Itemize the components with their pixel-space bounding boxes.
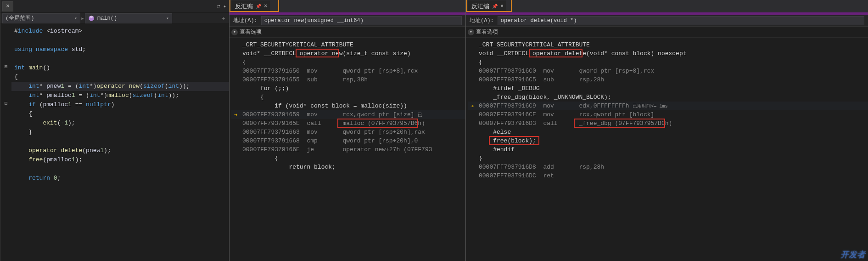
cube-icon — [88, 15, 95, 22]
gutter-row — [0, 155, 11, 165]
disasm-line[interactable]: free(block); — [468, 136, 868, 145]
timing-badge: 已用时间<= 1ms — [633, 104, 667, 109]
disasm-attr: _CRT_SECURITYCRITICAL_ATTRIBUTE — [231, 40, 465, 49]
pin-icon[interactable]: 📌 — [256, 4, 261, 9]
options-row[interactable]: ▾ 查看选项 — [230, 27, 465, 38]
disasm-body[interactable]: 开发者 _CRT_SECURITYCRITICAL_ATTRIBUTEvoid … — [466, 38, 868, 261]
disasm-line[interactable]: for (;;) — [231, 84, 465, 93]
disasm-line[interactable]: ➜00007FF7937916C9 mov edx,0FFFFFFFFh 已用时… — [468, 102, 868, 110]
code-line[interactable] — [11, 165, 229, 174]
address-bar: 地址(A): operator delete(void *) — [466, 15, 868, 27]
gutter-row — [0, 165, 11, 174]
disassembly-panel-1: 反汇编 📌 × 地址(A): operator new(unsigned __i… — [229, 0, 465, 261]
address-input[interactable]: operator new(unsigned __int64) — [261, 16, 462, 25]
disasm-signature: void* __CRTDECL operator new(size_t cons… — [231, 49, 465, 58]
fold-gutter[interactable]: ⊟⊟ — [0, 24, 11, 261]
disasm-line[interactable]: 00007FF793791650 mov qword ptr [rsp+8],r… — [231, 67, 465, 75]
function-label: main() — [97, 15, 117, 22]
gutter-row: ⊟ — [0, 63, 11, 73]
disasm-body[interactable]: _CRT_SECURITYCRITICAL_ATTRIBUTEvoid* __C… — [230, 38, 465, 261]
address-value: operator delete(void *) — [501, 17, 577, 24]
pin-icon[interactable]: 📌 — [492, 4, 498, 9]
options-label: 查看选项 — [476, 28, 498, 36]
code-line[interactable]: { — [11, 109, 229, 119]
gutter-row — [0, 45, 11, 54]
gutter-row: ⊟ — [0, 100, 11, 109]
options-row[interactable]: ▾ 查看选项 — [466, 27, 868, 38]
disasm-line[interactable]: 00007FF7937916C0 mov qword ptr [rsp+8],r… — [468, 67, 868, 75]
scope-dropdown[interactable]: (全局范围) ▾ — [2, 13, 80, 23]
address-input[interactable]: operator delete(void *) — [498, 16, 864, 25]
code-line[interactable]: } — [11, 128, 229, 137]
code-line[interactable]: { — [11, 73, 229, 82]
address-label: 地址(A): — [233, 17, 258, 24]
address-label: 地址(A): — [470, 17, 494, 24]
address-bar: 地址(A): operator new(unsigned __int64) — [230, 15, 465, 27]
disasm-line[interactable]: 00007FF7937916C5 sub rsp,28h — [468, 75, 868, 84]
code-line[interactable]: operator delete(pnew1); — [11, 146, 229, 155]
gutter-row — [0, 54, 11, 63]
gutter-row — [0, 82, 11, 91]
disasm-line[interactable]: _free_dbg(block, _UNKNOWN_BLOCK); — [468, 93, 868, 102]
disasm-tab[interactable]: 反汇编 📌 × — [468, 0, 506, 12]
code-line[interactable]: int main() — [11, 63, 229, 73]
disasm-line: { — [231, 58, 465, 67]
disasm-line[interactable]: { — [231, 154, 465, 163]
disasm-line[interactable]: 00007FF7937916D3 call _free_dbg (07FF793… — [468, 119, 868, 128]
close-icon[interactable]: × — [2, 1, 13, 11]
disasm-line: { — [468, 58, 868, 67]
scope-label: (全局范围) — [6, 14, 34, 22]
disasm-line[interactable]: #endif — [468, 145, 868, 154]
disasm-signature: void __CRTDECL operator delete(void* con… — [468, 49, 868, 58]
fold-icon[interactable]: ⊟ — [5, 64, 8, 69]
code-line[interactable]: if (pmalloc1 == nullptr) — [11, 100, 229, 109]
code-line[interactable] — [11, 137, 229, 146]
disasm-line[interactable]: 00007FF7937916D8 add rsp,28h — [468, 163, 868, 171]
source-toolbar: × ⇄ ✦ — [0, 0, 229, 13]
disasm-line[interactable]: if (void* const block = malloc(size)) — [231, 102, 465, 110]
tab-label: 反汇编 — [235, 2, 253, 11]
chevron-down-icon: ▾ — [74, 16, 77, 21]
gutter-row — [0, 174, 11, 183]
disasm-line[interactable]: { — [231, 93, 465, 102]
disasm-line[interactable]: 00007FF793791655 sub rsp,38h — [231, 75, 465, 84]
disasm-tab-bar: 反汇编 📌 × — [466, 0, 868, 13]
code-line[interactable]: exit(-1); — [11, 119, 229, 128]
function-dropdown[interactable]: main() ▾ — [85, 13, 172, 23]
code-line[interactable]: using namespace std; — [11, 45, 229, 54]
watermark: 开发者 — [840, 249, 865, 260]
disasm-line[interactable]: 00007FF79379165E call malloc (07FF793795… — [231, 119, 465, 128]
code-area[interactable]: ⊟⊟ #include <iostream>using namespace st… — [0, 24, 229, 261]
close-icon[interactable]: × — [500, 3, 504, 10]
code-line[interactable]: int* pmalloc1 = (int*)malloc(sizeof(int)… — [11, 91, 229, 100]
add-icon[interactable]: ＋ — [218, 14, 229, 23]
chevron-down-icon[interactable]: ▾ — [231, 29, 238, 35]
gutter-row — [0, 119, 11, 128]
disasm-line[interactable]: } — [468, 154, 868, 163]
disasm-line[interactable]: 00007FF7937916DC ret — [468, 171, 868, 180]
timing-badge: 已 — [418, 113, 422, 118]
disasm-line[interactable]: #else — [468, 128, 868, 136]
disasm-line[interactable]: return block; — [231, 163, 465, 171]
code-line[interactable]: free(pmalloc1); — [11, 155, 229, 165]
chevron-down-icon[interactable]: ▾ — [468, 29, 474, 35]
disasm-line[interactable]: ➜00007FF793791659 mov rcx,qword ptr [siz… — [231, 110, 465, 119]
gutter-row — [0, 91, 11, 100]
disasm-line[interactable]: 00007FF793791668 cmp qword ptr [rsp+20h]… — [231, 136, 465, 145]
code-line[interactable]: #include <iostream> — [11, 27, 229, 36]
close-icon[interactable]: × — [264, 3, 267, 10]
disasm-line[interactable]: 00007FF79379166E je operator new+27h (07… — [231, 145, 465, 154]
fold-icon[interactable]: ⊟ — [5, 101, 8, 106]
code-line[interactable]: return 0; — [11, 174, 229, 183]
gear-icon[interactable]: ⇄ ✦ — [217, 3, 226, 9]
code-line[interactable] — [11, 54, 229, 63]
code-line[interactable]: int* pnew1 = (int*)operator new(sizeof(i… — [11, 82, 229, 91]
options-label: 查看选项 — [240, 28, 262, 36]
disasm-line[interactable]: #ifdef _DEBUG — [468, 84, 868, 93]
disasm-line[interactable]: 00007FF7937916CE mov rcx,qword ptr [bloc… — [468, 110, 868, 119]
disasm-attr: _CRT_SECURITYCRITICAL_ATTRIBUTE — [468, 40, 868, 49]
code-line[interactable] — [11, 36, 229, 45]
disasm-line[interactable]: 00007FF793791663 mov qword ptr [rsp+20h]… — [231, 128, 465, 136]
disasm-tab[interactable]: 反汇编 📌 × — [231, 0, 270, 12]
tab-label: 反汇编 — [471, 2, 489, 11]
